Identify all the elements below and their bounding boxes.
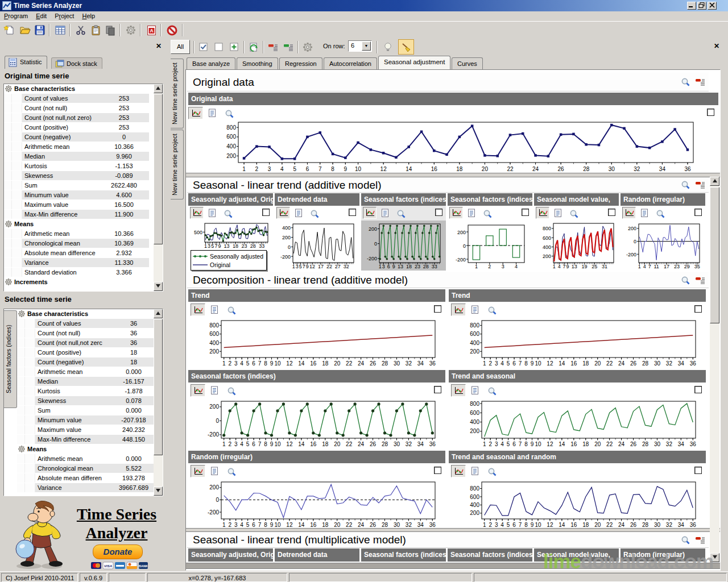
- magnifier-icon[interactable]: [221, 208, 235, 219]
- chart-view-button[interactable]: [451, 384, 466, 397]
- stats-row[interactable]: Max-Min difference448.150: [17, 435, 163, 444]
- stats-row[interactable]: Count (not null,not zerc36: [17, 338, 163, 348]
- stats-row[interactable]: Count (positive)253: [4, 123, 163, 132]
- stats-row[interactable]: Count (not null)36: [17, 329, 163, 338]
- stats-row[interactable]: Maximum value16.500: [4, 200, 163, 210]
- stop-icon[interactable]: [165, 23, 179, 37]
- magnifier-icon[interactable]: [567, 208, 581, 219]
- stats-row[interactable]: Absolute mean difference2.932: [4, 248, 163, 258]
- magnifier-icon[interactable]: [653, 208, 667, 219]
- panel-title[interactable]: Random (irregular): [621, 193, 705, 206]
- chart-view-button[interactable]: [451, 465, 466, 477]
- stats-row[interactable]: Minumum value4.600: [4, 190, 163, 200]
- chart-view-button[interactable]: [536, 207, 549, 219]
- main-scrollbar[interactable]: [710, 177, 719, 562]
- stats-row[interactable]: Count (not null,not zero)253: [4, 113, 163, 123]
- menu-edit[interactable]: Edit: [32, 11, 51, 21]
- data-view-icon[interactable]: [208, 385, 221, 396]
- right-dock-close-icon[interactable]: ✕: [712, 42, 721, 51]
- open-file-icon[interactable]: [18, 23, 32, 37]
- panel-title[interactable]: Trend: [188, 289, 445, 302]
- panel-checkbox[interactable]: [522, 209, 529, 216]
- panel-checkbox[interactable]: [694, 209, 702, 216]
- panel-title[interactable]: Trend: [449, 289, 706, 302]
- donate-button[interactable]: Donate: [93, 544, 143, 559]
- left-dock-close-icon[interactable]: ✕: [154, 42, 163, 51]
- stats-row[interactable]: Count (negative)18: [17, 357, 163, 367]
- chart-view-button[interactable]: [622, 207, 636, 219]
- stats2-scrollbar[interactable]: [154, 309, 163, 496]
- panel-title[interactable]: Seasonal factors (indices): [361, 193, 446, 206]
- mult-panel-title[interactable]: Seasonal factors (indices): [361, 548, 446, 562]
- zoom-icon[interactable]: [681, 77, 690, 88]
- tab-autocorrelation[interactable]: Autocorrelation: [324, 57, 377, 70]
- panel-checkbox[interactable]: [694, 386, 702, 393]
- magnifier-icon[interactable]: [485, 385, 499, 397]
- chart-list-icon[interactable]: [696, 536, 705, 545]
- chart-view-button[interactable]: [188, 107, 203, 119]
- mult-panel-title[interactable]: Seasonal factors (indices): [448, 548, 532, 562]
- panel-checkbox[interactable]: [434, 305, 441, 313]
- data-view-icon[interactable]: [465, 207, 478, 219]
- chart-view-button[interactable]: [451, 304, 466, 316]
- chart-view-button[interactable]: [191, 304, 205, 316]
- menu-help[interactable]: Help: [78, 11, 99, 21]
- chart-view-button[interactable]: [190, 207, 204, 219]
- panel-title[interactable]: Seasonal factors (indices): [188, 370, 445, 383]
- menu-program[interactable]: Program: [0, 11, 32, 21]
- tab-smoothing[interactable]: Smoothing: [237, 57, 278, 70]
- data-view-icon[interactable]: [638, 207, 651, 219]
- stats1-scrollbar[interactable]: [154, 84, 163, 291]
- restore-button[interactable]: [697, 2, 706, 10]
- panel-checkbox[interactable]: [435, 209, 442, 216]
- chart-view-button[interactable]: [276, 207, 290, 219]
- mult-panel-title[interactable]: Seasonally adjusted, Original: [188, 548, 273, 562]
- stats-group-row[interactable]: Means: [17, 444, 163, 454]
- panel-title[interactable]: Random (irregular): [188, 451, 445, 463]
- magnifier-icon[interactable]: [225, 466, 238, 477]
- data-view-icon[interactable]: [551, 207, 565, 219]
- data-view-icon[interactable]: [468, 385, 482, 396]
- stats-group-row[interactable]: Increments: [4, 277, 163, 287]
- stats-row[interactable]: Median9.960: [4, 152, 163, 161]
- stats-row[interactable]: Chronological mean5.522: [17, 464, 163, 473]
- stats-row[interactable]: Arithmetic mean10.366: [4, 142, 163, 152]
- data-view-icon[interactable]: [378, 207, 392, 219]
- panel-title[interactable]: Seasonally adjusted, Original: [188, 193, 273, 206]
- data-view-icon[interactable]: [208, 465, 221, 477]
- magnifier-icon[interactable]: [485, 305, 499, 316]
- stats-row[interactable]: Count (not null)253: [4, 103, 163, 113]
- chart-view-button[interactable]: [191, 384, 205, 397]
- tab-project-1[interactable]: New time serie project: [171, 59, 184, 128]
- data-view-icon[interactable]: [468, 304, 482, 315]
- chart-list-icon[interactable]: [696, 181, 705, 190]
- chart-list-icon[interactable]: [696, 78, 705, 87]
- stats-row[interactable]: Maximum value240.232: [17, 425, 163, 435]
- stats-row[interactable]: Skewness-0.089: [4, 171, 163, 181]
- panel-title[interactable]: Trend and seasonal: [449, 370, 706, 383]
- stats-row[interactable]: Median-16.157: [17, 377, 163, 386]
- panel-title[interactable]: Detrended data: [275, 193, 359, 206]
- magnifier-icon[interactable]: [481, 208, 494, 219]
- export-pdf-icon[interactable]: A: [144, 23, 158, 37]
- stats-row[interactable]: Count of values253: [4, 94, 163, 103]
- settings-icon[interactable]: [124, 23, 138, 37]
- panel-checkbox[interactable]: [434, 467, 441, 474]
- stats-row[interactable]: Kurtosis-1.153: [4, 161, 163, 171]
- mult-panel-title[interactable]: Detrended data: [275, 548, 359, 562]
- zoom-icon[interactable]: [681, 180, 690, 191]
- magnifier-icon[interactable]: [485, 466, 499, 477]
- save-file-icon[interactable]: [33, 23, 47, 37]
- tab-seasonal-factors[interactable]: Seasonal factors (indices): [4, 310, 17, 408]
- data-view-icon[interactable]: [292, 207, 305, 219]
- tab-statistic[interactable]: Statistic: [5, 56, 47, 69]
- panel-checkbox[interactable]: [434, 386, 441, 393]
- panel-checkbox[interactable]: [707, 109, 714, 116]
- tab-base-analyze[interactable]: Base analyze: [187, 57, 235, 70]
- stats-row[interactable]: Count of values36: [17, 319, 163, 329]
- stats-group-row[interactable]: Base characteristics: [17, 309, 163, 319]
- stats-row[interactable]: Arithmetic mean10.366: [4, 229, 163, 239]
- panel-original-data-title[interactable]: Original data: [188, 93, 718, 105]
- panel-title[interactable]: Trend and seasonal and random: [449, 451, 706, 463]
- panel-checkbox[interactable]: [262, 209, 270, 216]
